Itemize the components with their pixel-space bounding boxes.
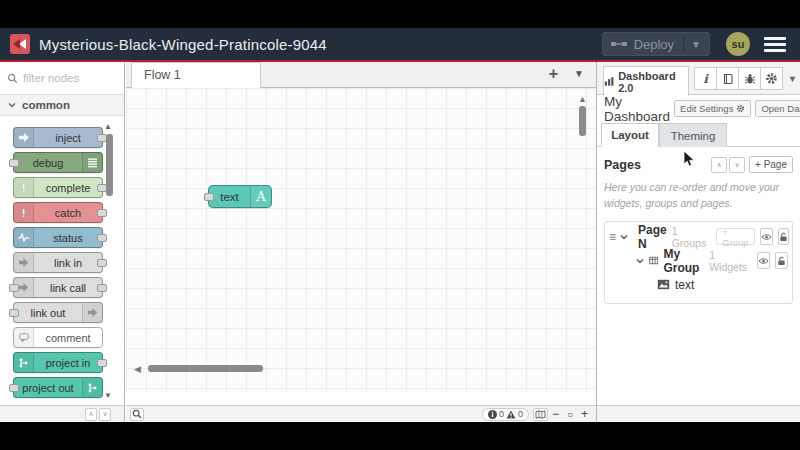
palette-footer: ∧ ∨ <box>0 405 124 422</box>
canvas-search-button[interactable] <box>130 408 144 421</box>
tree-row-widget[interactable]: text <box>609 273 788 297</box>
palette-node-link-call[interactable]: link call <box>13 277 103 298</box>
flow-node-text[interactable]: text A <box>208 185 272 208</box>
node-port[interactable] <box>9 384 19 392</box>
palette-node-link-in[interactable]: link in <box>13 252 103 273</box>
node-port[interactable] <box>97 234 107 242</box>
deploy-nodes-icon <box>611 39 627 49</box>
palette-node-label: link out <box>14 303 82 322</box>
widget-name: text <box>675 278 694 292</box>
palette-node-link-out[interactable]: link out <box>13 302 103 323</box>
debug-tab-button[interactable] <box>738 67 761 90</box>
tab-flow-1[interactable]: Flow 1 <box>131 62 261 88</box>
canvas-footer: 0 0 − ○ + <box>126 405 596 422</box>
palette-node-label: status <box>34 228 102 247</box>
palette-node-label: project in <box>34 353 102 372</box>
palette-node-project-out[interactable]: project out <box>13 377 103 398</box>
page-lock-button[interactable] <box>778 228 789 245</box>
palette-node-project-in[interactable]: project in <box>13 352 103 373</box>
zoom-in-button[interactable]: + <box>581 408 588 421</box>
tab-dashboard-2[interactable]: Dashboard 2.0 <box>603 66 689 96</box>
palette-search-input[interactable] <box>23 72 109 84</box>
app-header: Mysterious-Black-Winged-Pratincole-9044 … <box>0 28 800 62</box>
palette-category-common[interactable]: common <box>0 95 124 116</box>
palette-node-comment[interactable]: comment <box>13 327 103 348</box>
project-icon <box>82 378 102 397</box>
sidebar-tabs-caret-icon[interactable]: ▼ <box>788 74 797 84</box>
node-port[interactable] <box>9 284 19 292</box>
zoom-reset-button[interactable]: ○ <box>567 408 573 421</box>
config-tab-button[interactable] <box>760 67 783 90</box>
minimap-toggle-button[interactable] <box>533 408 548 421</box>
chevron-down-icon <box>8 102 16 108</box>
group-lock-button[interactable] <box>775 252 788 269</box>
canvas-horizontal-scrollbar[interactable] <box>148 365 263 372</box>
move-page-down-button[interactable]: ∨ <box>729 157 745 173</box>
info-tab-button[interactable]: i <box>694 67 717 90</box>
tree-row-group[interactable]: My Group 1 Widgets <box>609 249 788 273</box>
book-icon <box>722 73 734 85</box>
comment-icon <box>14 328 34 347</box>
edit-settings-button[interactable]: Edit Settings <box>674 100 751 117</box>
palette-node-complete[interactable]: !complete <box>13 177 103 198</box>
move-page-up-button[interactable]: ∧ <box>711 157 727 173</box>
flow-list-caret-icon[interactable]: ▼ <box>574 68 584 79</box>
help-tab-button[interactable] <box>716 67 739 90</box>
palette-scrollbar[interactable] <box>106 134 113 196</box>
node-port[interactable] <box>9 309 19 317</box>
node-port[interactable] <box>97 259 107 267</box>
tree-row-page[interactable]: ≡ Page N 1 Groups + Group <box>609 225 788 249</box>
collapse-categories-button[interactable]: ∧ <box>85 408 97 421</box>
palette-node-label: project out <box>14 378 82 397</box>
palette-search[interactable] <box>0 62 124 95</box>
canvas-scroll-left-icon[interactable]: ◀ <box>134 364 141 374</box>
main-menu-button[interactable] <box>764 37 786 52</box>
chevron-down-icon[interactable] <box>620 234 628 240</box>
deploy-button[interactable]: Deploy ▼ <box>602 32 710 56</box>
deploy-divider <box>683 36 684 52</box>
link-icon <box>14 253 34 272</box>
dashboard-title: My Dashboard <box>604 94 670 124</box>
page-visibility-button[interactable] <box>760 228 773 245</box>
node-input-port[interactable] <box>204 193 214 201</box>
drag-handle-icon[interactable]: ≡ <box>609 230 615 244</box>
user-avatar[interactable]: su <box>726 32 750 56</box>
debug-icon <box>82 153 102 172</box>
chevron-down-icon[interactable] <box>636 258 644 264</box>
canvas-vertical-scrollbar[interactable] <box>579 106 586 136</box>
palette-node-status[interactable]: status <box>13 227 103 248</box>
expand-categories-button[interactable]: ∨ <box>99 408 111 421</box>
workspace: Flow 1 + ▼ text A ▲ ◀ 0 <box>126 62 596 422</box>
palette-category-label: common <box>22 99 70 111</box>
notification-counts[interactable]: 0 0 <box>482 408 529 421</box>
zoom-out-button[interactable]: − <box>552 408 559 421</box>
tab-theming[interactable]: Theming <box>659 123 727 147</box>
node-port[interactable] <box>97 284 107 292</box>
palette-scroll-down-icon[interactable]: ▼ <box>104 391 112 400</box>
tab-layout[interactable]: Layout <box>601 123 659 147</box>
flow-canvas[interactable]: text A ▲ ◀ <box>126 88 596 392</box>
text-widget-icon: A <box>250 186 271 207</box>
group-visibility-button[interactable] <box>757 252 770 269</box>
warning-count: 0 <box>518 409 523 419</box>
canvas-scroll-up-icon[interactable]: ▲ <box>578 94 587 104</box>
palette-scroll-up-icon[interactable]: ▲ <box>104 122 112 131</box>
add-flow-button[interactable]: + <box>549 65 558 83</box>
add-page-button[interactable]: + Page <box>749 156 793 173</box>
node-port[interactable] <box>97 359 107 367</box>
palette-node-debug[interactable]: debug <box>13 152 103 173</box>
pages-section-title: Pages <box>604 158 711 172</box>
palette-node-label: link in <box>34 253 102 272</box>
image-icon <box>657 279 670 290</box>
node-port[interactable] <box>97 209 107 217</box>
add-group-button[interactable]: + Group <box>716 228 754 245</box>
palette-node-catch[interactable]: !catch <box>13 202 103 223</box>
pages-help-text: Here you can re-order and move your widg… <box>604 180 793 212</box>
dashboard-header-row: My Dashboard Edit Settings Open Dashboar… <box>597 95 800 122</box>
deploy-options-caret-icon[interactable]: ▼ <box>691 39 701 50</box>
palette-node-inject[interactable]: inject <box>13 127 103 148</box>
node-port[interactable] <box>9 159 19 167</box>
bug-icon <box>744 73 756 85</box>
open-dashboard-button[interactable]: Open Dashboard <box>755 100 800 117</box>
eye-icon <box>761 233 772 241</box>
